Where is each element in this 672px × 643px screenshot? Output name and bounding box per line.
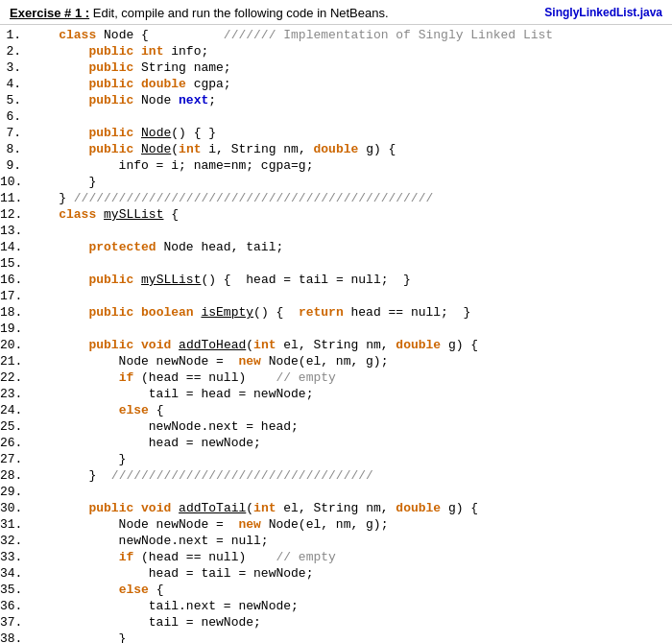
line-content: public void addToHead(int el, String nm,… <box>29 337 672 353</box>
token: return <box>299 305 344 320</box>
token: ////////////////////////////////////////… <box>74 191 433 205</box>
token: void <box>141 338 171 352</box>
line-number: 10. <box>0 174 29 190</box>
line-content: else { <box>29 402 672 418</box>
token: public <box>88 305 133 320</box>
line-number: 19. <box>0 321 29 337</box>
token: ; <box>208 93 216 107</box>
code-line: 31. Node newNode = new Node(el, nm, g); <box>0 516 672 533</box>
token <box>29 273 88 287</box>
token <box>29 44 88 59</box>
code-line: 1. class Node { /////// Implementation o… <box>0 27 672 43</box>
token <box>171 338 179 352</box>
token: public <box>88 60 133 75</box>
token: ( <box>171 142 179 156</box>
line-number: 11. <box>0 190 29 206</box>
token: () { head = tail = null; } <box>201 273 410 287</box>
token: ( <box>246 501 253 515</box>
token: class <box>59 207 96 222</box>
token: Node <box>141 126 171 140</box>
line-content: head = newNode; <box>29 435 672 451</box>
token <box>29 77 88 91</box>
token: public <box>88 273 133 287</box>
code-line: 14. protected Node head, tail; <box>0 239 672 255</box>
token: info = i; name=nm; cgpa=g; <box>29 158 313 173</box>
line-number: 14. <box>0 239 29 255</box>
line-number: 29. <box>0 484 29 500</box>
code-line: 22. if (head == null) // empty <box>0 369 672 386</box>
code-line: 23. tail = head = newNode; <box>0 386 672 402</box>
line-content <box>29 223 672 239</box>
token <box>96 207 104 222</box>
line-number: 16. <box>0 272 29 288</box>
token: int <box>253 338 276 352</box>
token: Node head, tail; <box>156 240 284 254</box>
token <box>29 240 88 254</box>
line-content: info = i; name=nm; cgpa=g; <box>29 157 672 174</box>
token: newNode.next = head; <box>29 419 299 434</box>
line-content: } <box>29 174 672 190</box>
token: { <box>163 207 179 222</box>
token: public <box>88 126 133 140</box>
exercise-number: Exercise # 1 : <box>10 6 89 20</box>
code-line: 10. } <box>0 174 672 190</box>
line-content: public String name; <box>29 60 672 76</box>
token: class <box>59 28 96 42</box>
line-number: 13. <box>0 223 29 239</box>
token: addToTail <box>179 501 246 515</box>
token: head = tail = newNode; <box>29 566 313 581</box>
line-number: 15. <box>0 255 29 272</box>
line-content: tail = newNode; <box>29 614 672 631</box>
line-number: 21. <box>0 353 29 369</box>
token: el, String nm, <box>276 338 396 352</box>
token: } <box>29 175 96 189</box>
token: int <box>141 44 163 59</box>
line-content: public Node(int i, String nm, double g) … <box>29 141 672 157</box>
token: if <box>119 370 134 385</box>
line-number: 32. <box>0 533 29 549</box>
token: head = newNode; <box>29 436 261 450</box>
line-content <box>29 255 672 272</box>
line-number: 28. <box>0 467 29 484</box>
token: else <box>119 403 149 417</box>
line-content: else { <box>29 582 672 598</box>
line-content: } /////////////////////////////////// <box>29 467 672 484</box>
code-line: 17. <box>0 288 672 304</box>
line-number: 1. <box>0 27 29 43</box>
code-line: 5. public Node next; <box>0 92 672 108</box>
code-line: 33. if (head == null) // empty <box>0 549 672 565</box>
code-line: 35. else { <box>0 582 672 598</box>
line-content <box>29 108 672 125</box>
token <box>133 501 141 515</box>
code-line: 13. <box>0 223 672 239</box>
token: { <box>149 403 164 417</box>
code-line: 16. public mySLList() { head = tail = nu… <box>0 272 672 288</box>
code-line: 37. tail = newNode; <box>0 614 672 631</box>
token <box>133 77 141 91</box>
header: Exercise # 1 : Edit, compile and run the… <box>0 0 672 25</box>
token: double <box>314 142 359 156</box>
line-number: 20. <box>0 337 29 353</box>
line-number: 6. <box>0 108 29 125</box>
code-line: 28. } //////////////////////////////////… <box>0 467 672 484</box>
token <box>29 126 88 140</box>
token: double <box>396 338 441 352</box>
code-line: 20. public void addToHead(int el, String… <box>0 337 672 353</box>
token <box>29 93 88 107</box>
line-content: public Node next; <box>29 92 672 108</box>
token: new <box>238 517 260 532</box>
token <box>133 142 141 156</box>
exercise-description: Edit, compile and run the following code… <box>89 6 388 20</box>
line-number: 34. <box>0 565 29 582</box>
line-number: 18. <box>0 304 29 321</box>
code-line: 6. <box>0 108 672 125</box>
token: head == null; } <box>344 305 471 320</box>
token: if <box>119 550 134 564</box>
token <box>29 305 88 320</box>
exercise-title: Exercise # 1 : Edit, compile and run the… <box>10 6 389 20</box>
token: double <box>141 77 186 91</box>
token: // empty <box>276 370 335 385</box>
line-content: public void addToTail(int el, String nm,… <box>29 500 672 516</box>
code-line: 11. } //////////////////////////////////… <box>0 190 672 206</box>
token: newNode.next = null; <box>29 534 269 548</box>
